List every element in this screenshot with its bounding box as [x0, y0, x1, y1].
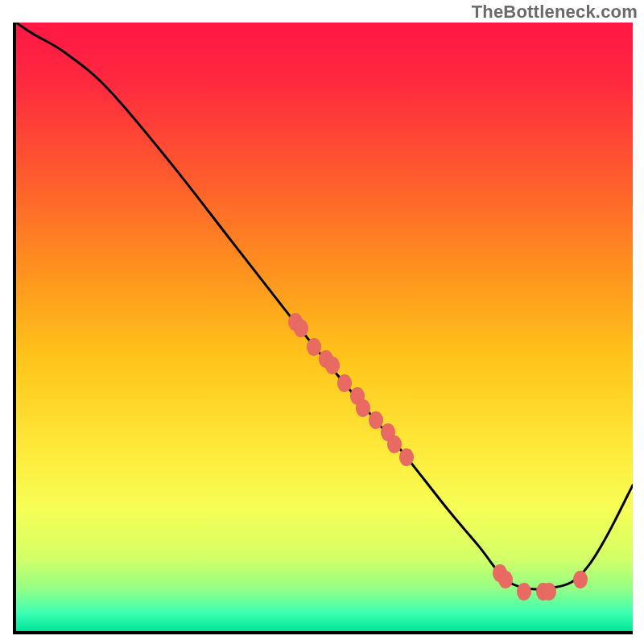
data-marker — [325, 357, 340, 374]
chart-container: TheBottleneck.com — [0, 0, 644, 644]
gradient-background — [16, 23, 633, 631]
data-marker — [294, 320, 308, 337]
data-marker — [387, 436, 402, 453]
plot-area — [13, 23, 633, 634]
data-marker — [307, 338, 321, 356]
data-marker — [356, 399, 370, 417]
watermark-text: TheBottleneck.com — [472, 2, 638, 23]
data-marker — [573, 571, 588, 588]
data-marker — [399, 448, 414, 466]
data-marker — [517, 583, 531, 601]
data-marker — [542, 583, 556, 601]
data-marker — [369, 411, 383, 429]
data-marker — [498, 571, 513, 588]
plot-svg — [16, 23, 633, 631]
data-marker — [337, 374, 352, 392]
